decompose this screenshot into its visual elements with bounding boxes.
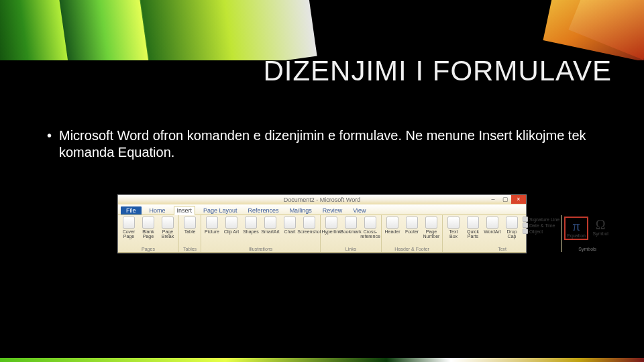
group-text: Text Box Quick Parts WordArt Drop Cap Si…: [443, 215, 562, 252]
picture-button[interactable]: Picture: [203, 217, 221, 234]
wordart-button[interactable]: WordArt: [484, 217, 501, 234]
crossref-button[interactable]: Cross-reference: [362, 217, 379, 239]
group-illustrations: Picture Clip Art Shapes SmartArt Chart S…: [201, 215, 321, 252]
slide-bottom-decoration: [0, 358, 644, 362]
omega-icon: Ω: [596, 218, 606, 231]
clipart-button[interactable]: Clip Art: [223, 217, 240, 234]
word-tab-strip: File Home Insert Page Layout References …: [118, 204, 526, 215]
tab-view[interactable]: View: [350, 206, 368, 215]
group-label-hf: Header & Footer: [384, 247, 440, 252]
tab-review[interactable]: Review: [320, 206, 345, 215]
slide-corner-decoration: [0, 0, 644, 60]
bookmark-icon: [345, 217, 357, 229]
blank-page-button[interactable]: Blank Page: [140, 217, 157, 239]
crossref-icon: [364, 217, 376, 229]
object-button[interactable]: Object: [523, 229, 559, 234]
group-symbols: π Equation Ω Symbol Symbols: [562, 215, 612, 252]
close-button[interactable]: ×: [511, 195, 526, 204]
quick-parts-button[interactable]: Quick Parts: [464, 217, 482, 239]
tab-file[interactable]: File: [121, 206, 142, 215]
group-label-symbols: Symbols: [564, 247, 610, 252]
page-number-icon: [425, 217, 437, 229]
date-time-button[interactable]: Date & Time: [523, 223, 559, 228]
signature-line-button[interactable]: Signature Line: [523, 217, 559, 222]
word-ribbon: Cover Page Blank Page Page Break Pages T…: [118, 215, 526, 253]
word-title-text: Document2 - Microsoft Word: [284, 196, 360, 203]
group-label-links: Links: [323, 247, 379, 252]
quick-parts-icon: [467, 217, 479, 229]
group-header-footer: Header Footer Page Number Header & Foote…: [382, 215, 443, 252]
tab-mailings[interactable]: Mailings: [287, 206, 315, 215]
slide-body: Microsoft Word ofron komanden e dizenjim…: [47, 127, 597, 161]
smartart-button[interactable]: SmartArt: [262, 217, 279, 234]
wordart-icon: [486, 217, 498, 229]
tab-insert[interactable]: Insert: [174, 206, 196, 215]
slide-title: DIZENJIMI I FORMULAVE: [263, 55, 612, 87]
group-links: Hyperlink Bookmark Cross-reference Links: [321, 215, 382, 252]
slide-bullet: Microsoft Word ofron komanden e dizenjim…: [59, 127, 597, 161]
group-label-tables: Tables: [181, 247, 199, 252]
object-icon: [523, 229, 528, 234]
group-tables: Table Tables: [179, 215, 201, 252]
bookmark-button[interactable]: Bookmark: [342, 217, 360, 234]
hyperlink-icon: [325, 217, 337, 229]
tab-page-layout[interactable]: Page Layout: [201, 206, 240, 215]
textbox-button[interactable]: Text Box: [445, 217, 462, 239]
page-number-button[interactable]: Page Number: [423, 217, 440, 239]
shapes-button[interactable]: Shapes: [242, 217, 260, 234]
group-pages: Cover Page Blank Page Page Break Pages: [118, 215, 179, 252]
blank-page-icon: [142, 217, 154, 229]
date-icon: [523, 223, 528, 228]
picture-icon: [206, 217, 218, 229]
shapes-icon: [245, 217, 257, 229]
dropcap-button[interactable]: Drop Cap: [503, 217, 521, 239]
tab-references[interactable]: References: [246, 206, 282, 215]
smartart-icon: [264, 217, 276, 229]
minimize-button[interactable]: –: [487, 195, 499, 204]
dropcap-icon: [506, 217, 518, 229]
group-label-text: Text: [445, 247, 559, 252]
pi-icon: π: [573, 219, 580, 233]
chart-icon: [284, 217, 296, 229]
cover-page-button[interactable]: Cover Page: [120, 217, 138, 239]
cover-page-icon: [123, 217, 135, 229]
group-label-illustrations: Illustrations: [203, 247, 318, 252]
equation-button-highlighted[interactable]: π Equation: [564, 217, 588, 240]
symbol-button[interactable]: Ω Symbol: [590, 217, 610, 236]
group-label-pages: Pages: [120, 247, 176, 252]
header-button[interactable]: Header: [384, 217, 401, 234]
maximize-button[interactable]: ▢: [499, 195, 511, 204]
screenshot-button[interactable]: Screenshot: [301, 217, 318, 234]
clipart-icon: [225, 217, 237, 229]
header-icon: [386, 217, 398, 229]
footer-button[interactable]: Footer: [403, 217, 421, 234]
page-break-button[interactable]: Page Break: [159, 217, 176, 239]
chart-button[interactable]: Chart: [281, 217, 299, 234]
tab-home[interactable]: Home: [147, 206, 168, 215]
screenshot-icon: [303, 217, 315, 229]
footer-icon: [406, 217, 418, 229]
table-button[interactable]: Table: [181, 217, 199, 234]
table-icon: [184, 217, 196, 229]
word-ribbon-screenshot: Document2 - Microsoft Word – ▢ × File Ho…: [117, 194, 527, 253]
signature-icon: [523, 217, 528, 222]
word-titlebar: Document2 - Microsoft Word – ▢ ×: [118, 195, 526, 204]
hyperlink-button[interactable]: Hyperlink: [323, 217, 340, 234]
page-break-icon: [162, 217, 174, 229]
textbox-icon: [447, 217, 460, 229]
